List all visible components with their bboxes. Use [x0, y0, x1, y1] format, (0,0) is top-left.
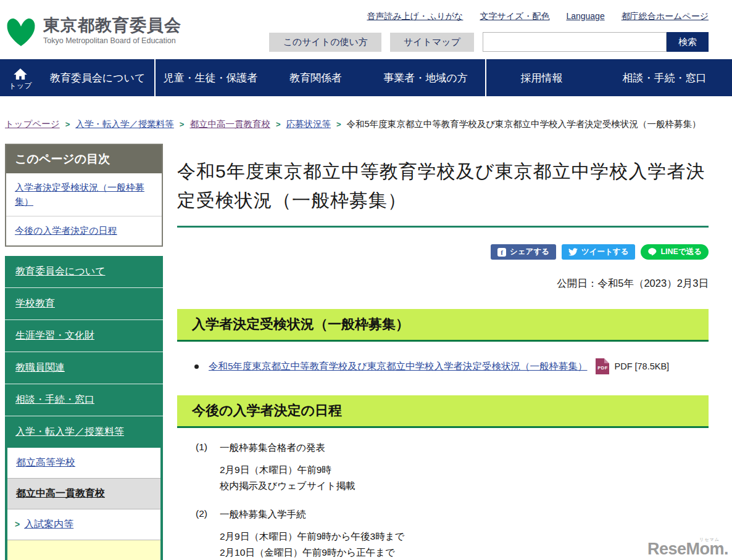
facebook-share-button[interactable]: f シェアする — [491, 244, 556, 260]
schedule-body: 一般枠募集合格者の発表 2月9日（木曜日）午前9時 校内掲示及びウェブサイト掲載 — [220, 442, 356, 495]
link-metro-homepage[interactable]: 都庁総合ホームページ — [622, 11, 709, 22]
schedule-number: (2) — [196, 508, 207, 560]
schedule-line: 校内掲示及びウェブサイト掲載 — [220, 478, 356, 494]
nav-item-recruitment[interactable]: 採用情報 — [486, 59, 597, 96]
line-icon — [647, 247, 657, 257]
global-nav: トップ 教育委員会について 児童・生徒・保護者 教育関係者 事業者・地域の方 採… — [0, 59, 732, 96]
sidebar-subitem-label[interactable]: 都立高等学校 — [16, 457, 75, 467]
schedule-body: 一般枠募集入学手続 2月9日（木曜日）午前9時から午後3時まで 2月10日（金曜… — [220, 508, 404, 560]
schedule-details: 2月9日（木曜日）午前9時 校内掲示及びウェブサイト掲載 — [220, 462, 356, 495]
chevron-right-icon: > — [336, 120, 341, 129]
link-fontsize-color[interactable]: 文字サイズ・配色 — [480, 11, 549, 22]
schedule-title: 一般枠募集合格者の発表 — [220, 442, 356, 455]
pdf-document-link[interactable]: 令和5年度東京都立中等教育学校及び東京都立中学校入学者決定受検状況（一般枠募集） — [209, 360, 587, 373]
sidebar-item-admission[interactable]: 入学・転入学／授業料等 — [5, 416, 163, 448]
toc-link-exam-status[interactable]: 入学者決定受検状況（一般枠募集） — [6, 173, 162, 216]
link-language[interactable]: Language — [566, 11, 604, 22]
schedule-details: 2月9日（木曜日）午前9時から午後3時まで 2月10日（金曜日）午前9時から正午… — [220, 529, 404, 560]
watermark-ruby: リセマム — [699, 537, 720, 543]
sidebar: このページの目次 入学者決定受検状況（一般枠募集） 今後の入学者決定の日程 教育… — [5, 144, 163, 560]
sidebar-subitem-label[interactable]: 入試案内等 — [24, 519, 73, 529]
nav-item-business-community[interactable]: 事業者・地域の方 — [366, 59, 485, 96]
nav-item-label: 相談・手続・窓口 — [623, 71, 707, 85]
nav-item-label: トップ — [9, 81, 32, 91]
facebook-share-label: シェアする — [510, 247, 549, 257]
sidebar-subitem-metro-high-schools[interactable]: 都立高等学校 — [7, 448, 160, 478]
published-date: 公開日：令和5年（2023）2月3日 — [177, 277, 709, 290]
nav-item-label: 教育関係者 — [289, 71, 342, 85]
schedule-item-1: (1) 一般枠募集合格者の発表 2月9日（木曜日）午前9時 校内掲示及びウェブサ… — [196, 442, 709, 495]
resemom-watermark: リセマム ReseMom. — [647, 540, 728, 559]
nav-item-label: 事業者・地域の方 — [383, 71, 467, 85]
sitemap-button[interactable]: サイトマップ — [390, 33, 474, 52]
twitter-bird-icon — [568, 248, 578, 256]
site-header: 東京都教育委員会 Tokyo Metropolitan Board of Edu… — [0, 0, 732, 59]
section-heading-schedule: 今後の入学者決定の日程 — [177, 395, 709, 428]
section-heading-exam-status: 入学者決定受検状況（一般枠募集） — [177, 309, 709, 342]
chevron-right-icon: > — [276, 120, 281, 129]
nav-item-label: 児童・生徒・保護者 — [164, 71, 258, 85]
link-speech-furigana[interactable]: 音声読み上げ・ふりがな — [367, 11, 463, 22]
nav-item-label: 採用情報 — [521, 71, 563, 85]
search-box: 検索 — [483, 32, 709, 52]
breadcrumb-link-secondary-schools[interactable]: 都立中高一貫教育校 — [189, 118, 270, 130]
utility-links: 音声読み上げ・ふりがな 文字サイズ・配色 Language 都庁総合ホームページ — [367, 11, 709, 22]
breadcrumb-link-top[interactable]: トップページ — [5, 118, 60, 130]
pdf-file-icon: PDF — [596, 358, 609, 374]
logo-subtitle: Tokyo Metropolitan Board of Education — [43, 36, 181, 45]
chevron-right-icon: > — [15, 519, 20, 529]
sidebar-subitem-label: 都立中高一貫教育校 — [16, 488, 105, 498]
sidebar-subitem-exam-guide[interactable]: >入試案内等 — [7, 509, 160, 540]
facebook-icon: f — [497, 248, 506, 257]
sidebar-item-lifelong-learning[interactable]: 生涯学習・文化財 — [5, 319, 163, 352]
pdf-link-row: 令和5年度東京都立中等教育学校及び東京都立中学校入学者決定受検状況（一般枠募集）… — [194, 358, 709, 374]
page-toc-box: このページの目次 入学者決定受検状況（一般枠募集） 今後の入学者決定の日程 — [5, 144, 163, 247]
sidebar-subitem-secondary-schools-active[interactable]: 都立中高一貫教育校 — [7, 478, 160, 509]
logo-text: 東京都教育委員会 Tokyo Metropolitan Board of Edu… — [43, 17, 181, 46]
nav-item-about-board[interactable]: 教育委員会について — [41, 59, 154, 96]
twitter-share-button[interactable]: ツイートする — [562, 244, 635, 260]
nav-item-label: 教育委員会について — [50, 71, 146, 85]
site-logo[interactable]: 東京都教育委員会 Tokyo Metropolitan Board of Edu… — [5, 14, 181, 48]
schedule-item-2: (2) 一般枠募集入学手続 2月9日（木曜日）午前9時から午後3時まで 2月10… — [196, 508, 709, 560]
pdf-size-label: PDF [78.5KB] — [614, 361, 669, 371]
page-body: このページの目次 入学者決定受検状況（一般枠募集） 今後の入学者決定の日程 教育… — [5, 144, 709, 560]
toc-link-schedule[interactable]: 今後の入学者決定の日程 — [6, 216, 162, 245]
breadcrumb-current: 令和5年度東京都立中等教育学校及び東京都立中学校入学者決定受検状況（一般枠募集） — [347, 118, 701, 130]
schedule-line: 2月9日（木曜日）午前9時から午後3時まで — [220, 529, 404, 545]
breadcrumb-link-admission[interactable]: 入学・転入学／授業料等 — [75, 118, 174, 130]
nav-item-consultation[interactable]: 相談・手続・窓口 — [597, 59, 732, 96]
schedule-line: 2月10日（金曜日）午前9時から正午まで — [220, 545, 404, 560]
sidebar-item-school-education[interactable]: 学校教育 — [5, 287, 163, 319]
tokyo-gingko-logo-icon — [5, 14, 37, 48]
toc-links: 入学者決定受検状況（一般枠募集） 今後の入学者決定の日程 — [6, 173, 162, 245]
sidebar-item-teaching-staff[interactable]: 教職員関連 — [5, 352, 163, 384]
line-share-button[interactable]: LINEで送る — [641, 244, 709, 260]
bullet-icon — [194, 364, 199, 369]
logo-title: 東京都教育委員会 — [43, 17, 181, 35]
title-underline — [177, 226, 709, 228]
chevron-right-icon: > — [65, 120, 70, 129]
header-toolbar: このサイトの使い方 サイトマップ 検索 — [269, 32, 709, 52]
chevron-right-icon: > — [180, 120, 185, 129]
twitter-share-label: ツイートする — [581, 247, 628, 257]
main-content: 令和5年度東京都立中等教育学校及び東京都立中学校入学者決定受検状況（一般枠募集）… — [177, 144, 709, 560]
search-button[interactable]: 検索 — [667, 32, 709, 52]
sidebar-submenu: 都立高等学校 都立中高一貫教育校 >入試案内等 — [5, 448, 163, 560]
breadcrumb: トップページ > 入学・転入学／授業料等 > 都立中高一貫教育校 > 応募状況等… — [5, 118, 713, 130]
site-usage-button[interactable]: このサイトの使い方 — [269, 33, 381, 52]
home-icon — [14, 68, 27, 80]
nav-item-students-parents[interactable]: 児童・生徒・保護者 — [156, 59, 265, 96]
breadcrumb-link-application-status[interactable]: 応募状況等 — [286, 118, 331, 130]
schedule-title: 一般枠募集入学手続 — [220, 508, 404, 521]
line-share-label: LINEで送る — [660, 247, 702, 257]
sidebar-subitem-highlighted-partial[interactable] — [7, 540, 160, 560]
search-input[interactable] — [483, 32, 667, 52]
sidebar-item-consultation[interactable]: 相談・手続・窓口 — [5, 384, 163, 416]
page-title: 令和5年度東京都立中等教育学校及び東京都立中学校入学者決定受検状況（一般枠募集） — [177, 157, 709, 215]
sidebar-item-about-board[interactable]: 教育委員会について — [5, 256, 163, 287]
nav-item-top[interactable]: トップ — [0, 59, 41, 96]
share-buttons: f シェアする ツイートする LINEで送る — [177, 244, 709, 260]
schedule-line: 2月9日（木曜日）午前9時 — [220, 462, 356, 478]
nav-item-educators[interactable]: 教育関係者 — [265, 59, 366, 96]
